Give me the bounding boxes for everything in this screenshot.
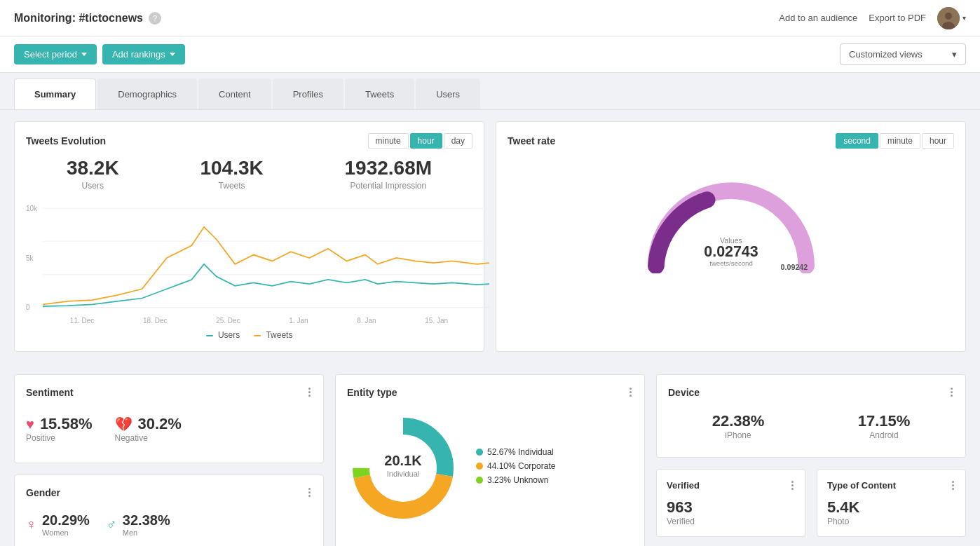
- svg-text:tweets/second: tweets/second: [764, 273, 808, 274]
- toolbar: Select period Add rankings Customized vi…: [0, 36, 980, 73]
- tweets-evolution-stats: 38.2K Users 104.3K Tweets 1932.68M Poten…: [26, 157, 472, 191]
- verified-title: Verified: [667, 479, 795, 491]
- negative-sentiment: 💔 30.2% Negative: [115, 415, 182, 443]
- add-rankings-caret-icon: [170, 53, 175, 56]
- users-value: 38.2K: [67, 157, 119, 179]
- user-avatar-wrapper[interactable]: ▾: [937, 7, 966, 29]
- entity-type-title: Entity type: [347, 387, 397, 398]
- impression-label: Potential Impression: [345, 181, 433, 191]
- y-label-10k: 10k: [26, 205, 37, 212]
- tweets-evolution-card: Tweets Evolution minute hour day 38.2K U…: [14, 121, 484, 352]
- export-to-pdf-link[interactable]: Export to PDF: [869, 13, 926, 23]
- x-label-jan8: 8. Jan: [357, 317, 376, 325]
- device-header: Device: [668, 386, 954, 398]
- period-btn-minute[interactable]: minute: [368, 133, 409, 149]
- gender-title: Gender: [26, 487, 60, 498]
- legend-unknown: 3.23% Unknown: [476, 475, 555, 485]
- left-column: Sentiment ♥ 15.58% Positive: [14, 374, 324, 546]
- svg-text:tweets/second: tweets/second: [709, 259, 753, 267]
- tweets-evolution-period-buttons: minute hour day: [368, 133, 472, 149]
- tab-demographics[interactable]: Demographics: [97, 79, 197, 109]
- period-btn-day[interactable]: day: [444, 133, 472, 149]
- select-period-caret-icon: [81, 53, 87, 56]
- x-label-jan15: 15. Jan: [425, 317, 448, 325]
- device-more-icon[interactable]: [949, 386, 954, 398]
- avatar-chevron-icon: ▾: [962, 14, 966, 22]
- svg-text:0.02743: 0.02743: [704, 243, 758, 260]
- tweets-stat: 104.3K Tweets: [200, 157, 263, 191]
- customized-views-label: Customized views: [849, 49, 923, 60]
- legend-corporate: 44.10% Corporate: [476, 461, 555, 471]
- toolbar-left: Select period Add rankings: [14, 44, 185, 64]
- tweets-value: 104.3K: [200, 157, 263, 179]
- tweets-evolution-header: Tweets Evolution minute hour day: [26, 133, 472, 149]
- android-pct: 17.15%: [814, 412, 954, 430]
- tweets-evolution-chart: 10k 5k 0: [26, 202, 472, 325]
- positive-sentiment: ♥ 15.58% Positive: [26, 415, 93, 443]
- entity-type-header: Entity type: [347, 386, 633, 398]
- negative-label: Negative: [115, 433, 148, 443]
- svg-text:Individual: Individual: [387, 470, 419, 478]
- device-grid: 22.38% iPhone 17.15% Android: [668, 407, 954, 446]
- tweet-rate-btn-second[interactable]: second: [836, 133, 878, 149]
- sentiment-card: Sentiment ♥ 15.58% Positive: [14, 374, 324, 463]
- period-btn-hour[interactable]: hour: [410, 133, 442, 149]
- positive-label: Positive: [26, 433, 55, 443]
- donut-legend: 52.67% Individual 44.10% Corporate 3.23%…: [476, 447, 555, 489]
- users-stat: 38.2K Users: [67, 157, 119, 191]
- svg-text:0.09242: 0.09242: [780, 263, 808, 271]
- entity-type-more-icon[interactable]: [628, 386, 633, 398]
- add-to-audience-link[interactable]: Add to an audience: [779, 13, 857, 23]
- type-of-content-value: 5.4K: [827, 498, 955, 517]
- type-of-content-card: Type of Content 5.4K Photo: [817, 469, 966, 537]
- select-period-button[interactable]: Select period: [14, 44, 97, 64]
- tweet-rate-header: Tweet rate second minute hour: [508, 133, 954, 149]
- type-of-content-more-icon[interactable]: [951, 479, 955, 491]
- tab-tweets[interactable]: Tweets: [345, 79, 414, 109]
- x-label-dec18: 18. Dec: [143, 317, 167, 325]
- tab-summary[interactable]: Summary: [14, 79, 96, 109]
- users-label: Users: [67, 181, 119, 191]
- chart-legend: Users Tweets: [26, 330, 472, 340]
- tweet-rate-btn-hour[interactable]: hour: [922, 133, 954, 149]
- tab-content[interactable]: Content: [198, 79, 271, 109]
- tab-profiles[interactable]: Profiles: [273, 79, 343, 109]
- men-label: Men: [123, 528, 170, 537]
- positive-pct: 15.58%: [40, 415, 93, 433]
- sub-cards-row: Verified 963 Verified Type of Content: [656, 469, 966, 537]
- legend-users: Users: [206, 330, 240, 340]
- individual-color-icon: [476, 449, 483, 456]
- tweet-rate-period-buttons: second minute hour: [836, 133, 954, 149]
- tweet-rate-btn-minute[interactable]: minute: [880, 133, 920, 149]
- header-left: Monitoring: #tictocnews ?: [14, 12, 161, 25]
- donut-area: 20.1K Individual 52.67% Individual 44.10…: [347, 407, 633, 530]
- women-gender: ♀ 20.29% Women: [26, 512, 90, 537]
- x-label-dec11: 11. Dec: [70, 317, 94, 325]
- add-rankings-button[interactable]: Add rankings: [102, 44, 185, 64]
- customized-views-select[interactable]: Customized views ▾: [840, 43, 966, 65]
- donut-svg: 20.1K Individual: [347, 412, 459, 524]
- gender-card: Gender ♀ 20.29% Women: [14, 475, 324, 546]
- add-rankings-label: Add rankings: [112, 49, 165, 60]
- negative-pct: 30.2%: [138, 415, 182, 433]
- women-pct: 20.29%: [42, 512, 90, 528]
- positive-heart-icon: ♥: [26, 416, 34, 432]
- men-pct: 32.38%: [123, 512, 170, 528]
- tab-users[interactable]: Users: [416, 79, 480, 109]
- unknown-color-icon: [476, 477, 483, 484]
- y-label-5k: 5k: [26, 254, 37, 262]
- gender-row: ♀ 20.29% Women ♂ 32.38% Men: [26, 507, 312, 542]
- verified-more-icon[interactable]: [790, 479, 795, 491]
- sentiment-more-icon[interactable]: [307, 386, 312, 398]
- x-label-jan1: 1. Jan: [289, 317, 308, 325]
- entity-type-card: Entity type 20.1K Individu: [335, 374, 645, 546]
- gender-more-icon[interactable]: [307, 486, 312, 498]
- donut-chart: 20.1K Individual: [347, 412, 459, 524]
- legend-individual: 52.67% Individual: [476, 447, 555, 457]
- help-icon[interactable]: ?: [149, 12, 161, 25]
- android-label: Android: [814, 430, 954, 440]
- men-gender: ♂ 32.38% Men: [107, 512, 170, 537]
- iphone-device: 22.38% iPhone: [668, 412, 808, 440]
- customized-views-chevron-icon: ▾: [952, 49, 957, 60]
- gauge-svg: Values 0.02743 tweets/second 0 0.09242 t…: [640, 168, 822, 273]
